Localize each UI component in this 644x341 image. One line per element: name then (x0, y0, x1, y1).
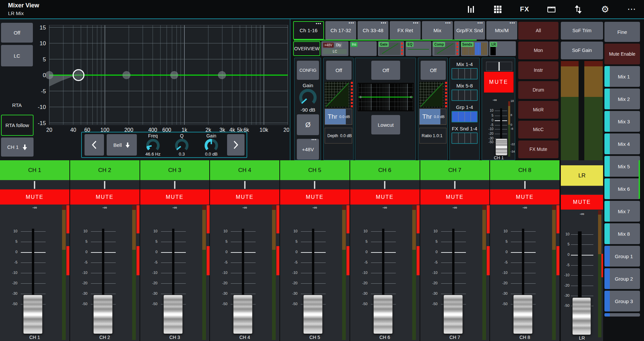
gate-depth-box[interactable]: Depth 0.0 dB (325, 128, 352, 144)
fader-knob[interactable] (93, 295, 113, 334)
next-band-button[interactable] (227, 134, 245, 156)
mix-select-button[interactable]: Mix 6 (604, 178, 640, 199)
phase-button[interactable]: Ø (297, 114, 319, 135)
mute-button[interactable]: MUTE (280, 189, 350, 205)
pan-slider[interactable] (486, 62, 512, 71)
comp-ratio-box[interactable]: Ratio 1.0:1 (419, 128, 446, 144)
comp-transfer-graph[interactable] (419, 82, 444, 108)
eq-off-button[interactable]: Off (1, 23, 33, 43)
sends-on-fader-button[interactable]: SoF Gain (561, 42, 603, 59)
mix-select-button[interactable] (604, 313, 640, 317)
meters-view-icon[interactable] (465, 3, 477, 15)
comp-threshold-slider[interactable]: Thr 0.0 dB (419, 109, 446, 125)
pan-slider[interactable] (280, 181, 350, 189)
fx-button[interactable]: FX (519, 3, 531, 15)
mix-select-button[interactable]: Group 2 (604, 268, 640, 289)
mute-button[interactable]: MUTE (484, 72, 514, 93)
channel-header[interactable]: CH 8 (490, 160, 559, 180)
freq-knob[interactable] (146, 138, 160, 153)
gate-threshold-slider[interactable]: Thr 0.0 dB (325, 109, 352, 125)
gain-knob[interactable] (204, 138, 219, 153)
overview-lr-box[interactable]: LR (489, 41, 516, 56)
dca-mute-button[interactable]: All (518, 22, 558, 40)
overview-config-box[interactable]: +48V Dly LC (321, 41, 348, 56)
overview-sends-box[interactable]: Sends (461, 41, 488, 56)
tab-options-dots[interactable]: ••• (509, 21, 515, 25)
lr-header[interactable]: LR (561, 165, 603, 186)
config-button[interactable]: CONFIG (297, 61, 319, 80)
phantom-button[interactable]: ••• +48V (297, 139, 319, 160)
fader-knob[interactable] (572, 297, 591, 335)
channel-tab[interactable]: ••• Ch 17-32 (325, 21, 356, 40)
mix-select-button[interactable]: Mix 8 (604, 223, 640, 244)
tab-options-dots[interactable]: ••• (348, 21, 354, 25)
mix-select-button[interactable]: Group 3 (604, 291, 640, 311)
pan-slider[interactable] (350, 181, 420, 189)
channel-header[interactable]: CH 2 (70, 160, 140, 180)
mute-button[interactable]: MUTE (0, 189, 69, 205)
mix-select-button[interactable]: Mix 7 (604, 201, 640, 222)
mute-button[interactable]: MUTE (420, 189, 490, 205)
gain-knob[interactable] (299, 88, 317, 107)
pan-slider[interactable] (210, 181, 279, 189)
tab-options-dots[interactable]: ••• (413, 21, 419, 25)
fader-knob[interactable] (373, 295, 393, 334)
lowcut-button[interactable]: Lowcut (371, 115, 400, 134)
channel-tab[interactable]: ••• FX Ret (390, 21, 421, 40)
mix-select-button[interactable]: Mix 5 (604, 156, 640, 177)
channel-tab[interactable]: ••• Grp/FX Snd (454, 21, 485, 40)
fader-knob[interactable] (303, 295, 323, 334)
dca-mute-button[interactable]: Instr (518, 61, 558, 79)
mute-button[interactable]: MUTE (210, 189, 279, 205)
channel-header[interactable]: CH 3 (140, 160, 210, 180)
send-group-meters[interactable] (451, 68, 478, 79)
dca-mute-button[interactable]: FX Mute (518, 140, 558, 158)
mix-select-button[interactable]: Group 1 (604, 246, 640, 267)
band-type-button[interactable]: Bell (107, 134, 137, 156)
channel-selector-button[interactable]: CH 1 (1, 137, 34, 157)
dca-mute-button[interactable]: Drum (518, 81, 558, 99)
overview-button[interactable]: OVERVIEW (293, 41, 320, 56)
settings-gear-icon[interactable]: ⚙ (599, 3, 611, 15)
send-group-meters[interactable] (451, 90, 478, 101)
fader-knob[interactable] (513, 295, 533, 334)
pan-slider[interactable] (140, 181, 210, 189)
channel-header[interactable]: CH 5 (280, 160, 350, 180)
tab-options-dots[interactable]: ••• (477, 21, 483, 25)
mix-select-button[interactable]: Mix 3 (604, 111, 640, 132)
channel-header[interactable]: CH 6 (350, 160, 420, 180)
folder-icon[interactable] (545, 3, 557, 15)
send-group-meters[interactable] (451, 132, 478, 144)
eq-graph[interactable]: 151050-5-10-152040601002004006001k2k3k4k… (35, 21, 289, 132)
pan-slider[interactable] (70, 181, 140, 189)
tab-options-dots[interactable]: ••• (316, 21, 321, 26)
channel-header[interactable]: CH 1 (0, 160, 69, 180)
tab-options-dots[interactable]: ••• (445, 21, 451, 25)
fader-knob[interactable] (163, 295, 183, 334)
pan-slider[interactable] (490, 181, 559, 189)
prev-band-button[interactable] (85, 134, 104, 156)
gate-transfer-graph[interactable] (325, 82, 350, 108)
send-group-meters[interactable] (451, 111, 478, 122)
more-menu-icon[interactable]: ⋯ (626, 3, 638, 15)
rta-follow-button[interactable]: RTA follow (1, 115, 34, 136)
mute-button[interactable]: MUTE (140, 189, 210, 205)
overview-comp-box[interactable]: Comp (432, 41, 460, 56)
overview-insert-box[interactable]: Ins (350, 41, 377, 56)
tab-options-dots[interactable]: ••• (381, 21, 386, 25)
pan-slider[interactable] (420, 181, 490, 189)
eq-off-button[interactable]: Off (371, 61, 400, 80)
dca-mute-button[interactable]: MicC (518, 121, 558, 138)
mix-select-button[interactable]: Mix 1 (604, 66, 640, 87)
channel-tab[interactable]: ••• Mtx/M (486, 21, 517, 40)
gate-off-button[interactable]: Off (326, 61, 352, 80)
mute-button[interactable]: MUTE (561, 195, 603, 210)
apps-grid-icon[interactable] (492, 3, 504, 15)
channel-header[interactable]: CH 4 (210, 160, 279, 180)
channel-header[interactable]: CH 7 (420, 160, 490, 180)
channel-tab[interactable]: ••• Ch 33-48 (358, 21, 388, 40)
mute-button[interactable]: MUTE (490, 189, 559, 205)
fader-knob[interactable] (495, 138, 507, 156)
dca-mute-button[interactable]: Mon (518, 42, 558, 59)
mix-list-scrollbar[interactable] (639, 160, 640, 199)
